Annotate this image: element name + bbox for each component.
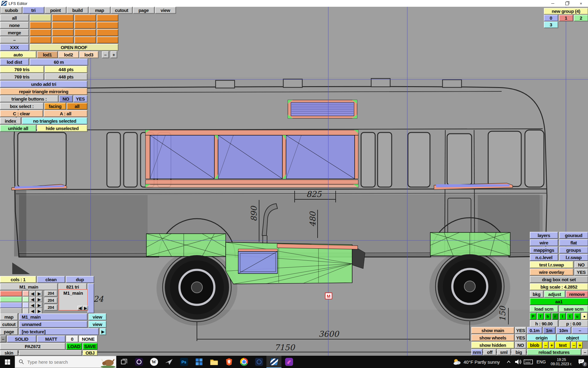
photoshop-icon[interactable]: Ps xyxy=(176,356,191,368)
swatch-green[interactable] xyxy=(0,297,22,302)
gog-galaxy-icon[interactable] xyxy=(131,356,146,368)
material-name[interactable]: M1_main xyxy=(0,283,58,290)
mappings-button[interactable]: mappings xyxy=(530,247,558,253)
view-u-button[interactable]: u xyxy=(574,313,580,320)
text-button[interactable]: text xyxy=(555,342,570,348)
wire-overlay-button[interactable]: wire overlay xyxy=(530,269,573,275)
dark-blue-app-icon[interactable] xyxy=(251,356,266,368)
wire-overlay-value[interactable]: YES xyxy=(575,269,588,275)
paint3d-icon[interactable] xyxy=(281,356,296,368)
swatch-blue-next[interactable]: ▶ xyxy=(36,302,42,308)
reload-textures-button[interactable]: reload textures xyxy=(527,349,581,355)
tray-chevron-icon[interactable] xyxy=(504,360,513,364)
hide-unselected-button[interactable]: hide unselected xyxy=(37,125,87,132)
text-minus-button[interactable]: – xyxy=(571,342,576,348)
view-t-button[interactable]: t xyxy=(567,313,573,320)
show-main-value[interactable]: YES xyxy=(515,327,526,334)
swatch-red-next[interactable]: ▶ xyxy=(36,291,42,296)
box-select-all[interactable]: all xyxy=(67,103,87,109)
lod-dist-value[interactable]: 60 m xyxy=(30,59,88,65)
group-1-button[interactable]: 1 xyxy=(559,15,573,21)
volume-icon[interactable] xyxy=(514,359,522,365)
blob-button[interactable]: blob xyxy=(527,342,542,348)
view-r-button[interactable]: r xyxy=(552,313,558,320)
effect-none-button[interactable]: NONE xyxy=(79,335,97,342)
nrm-off-button[interactable]: off xyxy=(483,349,496,355)
subob-all-button[interactable]: all xyxy=(0,14,29,21)
swatch-gray[interactable] xyxy=(0,308,22,314)
test-lr-swap-button[interactable]: test l.r.swap xyxy=(530,261,573,268)
obj-button[interactable]: OBJ xyxy=(83,350,97,355)
tab-point[interactable]: point xyxy=(45,7,66,13)
nc-level-button[interactable]: n.c.level xyxy=(530,254,558,261)
show-wheels-button[interactable]: show wheels xyxy=(471,334,514,341)
cutout-value[interactable]: unnamed xyxy=(19,321,87,328)
clean-button[interactable]: clean xyxy=(37,276,65,283)
swatch-green-prev[interactable]: ◀ xyxy=(29,297,36,302)
subob-cell[interactable] xyxy=(97,29,118,36)
swatch-gray-prev[interactable]: ◀ xyxy=(29,308,36,314)
show-wheels-value[interactable]: YES xyxy=(515,334,526,341)
shader-minus-button[interactable]: – xyxy=(0,335,6,342)
swatch-gray-lite[interactable] xyxy=(23,308,29,314)
select-all-button[interactable]: A : all xyxy=(44,110,87,117)
color-value-r[interactable]: 204 xyxy=(44,290,57,296)
bkg-remove-button[interactable]: remove xyxy=(566,291,588,297)
lod1-button[interactable]: lod1 xyxy=(37,51,58,58)
load-button[interactable]: LOAD xyxy=(66,343,82,350)
box-select-facing[interactable]: facing xyxy=(44,103,66,109)
search-input[interactable] xyxy=(27,359,89,365)
tab-cutout[interactable]: cutout xyxy=(111,7,132,13)
grid-minus-button[interactable]: – xyxy=(572,327,588,334)
skin-field[interactable] xyxy=(19,350,82,355)
unhide-all-button[interactable]: unhide all xyxy=(0,125,36,132)
material-scrollbar[interactable] xyxy=(88,283,94,313)
heading-value[interactable]: h : 90.00 xyxy=(530,320,558,327)
page-next-button[interactable]: ▶ xyxy=(100,328,106,335)
subob-cell[interactable] xyxy=(74,36,96,43)
clear-selection-button[interactable]: C : clear xyxy=(0,110,43,117)
save-scm-button[interactable]: save scm xyxy=(559,305,588,312)
object-button[interactable]: object xyxy=(557,334,588,341)
triangle-buttons-no[interactable]: NO xyxy=(59,95,73,102)
subob-cell[interactable] xyxy=(74,22,96,29)
tab-view[interactable]: view xyxy=(155,7,176,13)
subob-cell[interactable] xyxy=(74,14,96,21)
undo-add-tri-button[interactable]: undo add tri xyxy=(0,81,87,87)
repair-mirroring-button[interactable]: repair triangle mirroring xyxy=(0,88,87,95)
tab-map[interactable]: map xyxy=(89,7,110,13)
color-value-g[interactable]: 204 xyxy=(44,297,57,303)
tab-tri[interactable]: tri xyxy=(23,7,44,13)
tab-build[interactable]: build xyxy=(67,7,88,13)
scheme-name[interactable]: aa1 xyxy=(530,298,588,305)
subob-open-roof-button[interactable]: OPEN ROOF xyxy=(30,44,118,51)
subob-cell[interactable] xyxy=(52,29,74,36)
color-value-b[interactable]: 204 xyxy=(44,305,57,310)
gouraud-button[interactable]: gouraud xyxy=(559,232,588,239)
subob-none-button[interactable]: none xyxy=(0,22,29,29)
pitch-value[interactable]: p : 0.00 xyxy=(559,320,588,327)
brave-icon[interactable] xyxy=(221,356,236,368)
subob-dash-button[interactable]: – xyxy=(0,36,29,43)
lod-plus-button[interactable]: + xyxy=(111,51,117,58)
subob-cell[interactable] xyxy=(30,22,51,29)
text-plus-button[interactable]: + xyxy=(577,342,582,348)
view-l-button[interactable]: l xyxy=(559,313,566,320)
load-scm-button[interactable]: load scm xyxy=(530,305,558,312)
grid-1m-button[interactable]: 1m xyxy=(543,327,555,334)
subob-cell[interactable] xyxy=(97,22,118,29)
subob-cell-selected[interactable] xyxy=(30,14,51,21)
lod-minus-button[interactable]: – xyxy=(102,51,109,58)
lod3-button[interactable]: lod3 xyxy=(79,51,98,58)
grid-0.1m-button[interactable]: 0.1m xyxy=(527,327,542,334)
page-value[interactable]: [no texture] xyxy=(19,328,99,335)
subob-cell[interactable] xyxy=(97,36,118,43)
subob-cell[interactable] xyxy=(52,14,74,21)
view-b-button[interactable]: b xyxy=(545,313,551,320)
subob-cell[interactable] xyxy=(97,14,118,21)
subob-cell[interactable] xyxy=(52,22,74,29)
swatch-blue-lite[interactable] xyxy=(23,302,29,308)
flat-button[interactable]: flat xyxy=(559,239,588,246)
subob-merge-button[interactable]: merge xyxy=(0,29,29,36)
blob-plus-button[interactable]: + xyxy=(549,342,554,348)
